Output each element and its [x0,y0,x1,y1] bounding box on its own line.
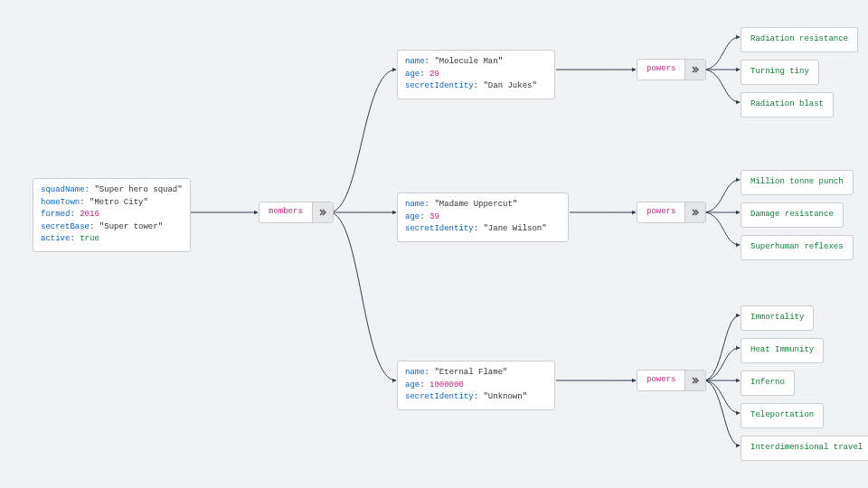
powers-label: powers [637,371,684,390]
expand-icon [691,208,700,217]
expand-toggle[interactable] [684,371,705,390]
power-leaf[interactable]: Heat Immunity [741,338,824,363]
power-leaf[interactable]: Teleportation [741,403,824,428]
key-secretBase: secretBase [41,222,90,231]
value-secretBase: "Super tower" [99,222,163,231]
value-homeTown: "Metro City" [90,198,148,207]
key-homeTown: homeTown [41,198,80,207]
power-leaf[interactable]: Damage resistance [741,202,844,228]
expand-toggle[interactable] [312,202,333,222]
expand-icon [691,65,700,74]
power-leaf[interactable]: Radiation blast [741,92,834,117]
powers-array-node[interactable]: powers [637,59,706,80]
power-leaf[interactable]: Superhuman reflexes [741,235,854,260]
member-object-node[interactable]: name: "Madame Uppercut" age: 39 secretId… [397,192,569,242]
powers-label: powers [637,60,684,80]
key-squadName: squadName [41,185,85,194]
power-leaf[interactable]: Radiation resistance [741,27,858,52]
power-leaf[interactable]: Million tonne punch [741,170,854,195]
value-active: true [80,234,99,243]
key-formed: formed [41,210,70,219]
value-squadName: "Super hero squad" [94,185,182,194]
expand-toggle[interactable] [684,202,705,222]
expand-toggle[interactable] [684,60,705,80]
members-array-node[interactable]: members [259,202,334,223]
power-leaf[interactable]: Immortality [741,305,814,331]
power-leaf[interactable]: Inferno [741,371,795,396]
diagram-canvas: squadName: "Super hero squad" homeTown: … [0,0,868,488]
key-active: active [41,234,70,243]
powers-array-node[interactable]: powers [637,370,706,391]
member-object-node[interactable]: name: "Eternal Flame" age: 1000000 secre… [397,361,555,410]
value-formed: 2016 [80,210,99,219]
member-object-node[interactable]: name: "Molecule Man" age: 29 secretIdent… [397,50,555,99]
powers-array-node[interactable]: powers [637,202,706,223]
expand-icon [318,208,327,217]
root-object-node[interactable]: squadName: "Super hero squad" homeTown: … [33,178,191,252]
power-leaf[interactable]: Turning tiny [741,60,819,85]
members-label: members [259,202,312,222]
power-leaf[interactable]: Interdimensional travel [741,436,868,461]
powers-label: powers [637,202,684,222]
expand-icon [691,376,700,385]
